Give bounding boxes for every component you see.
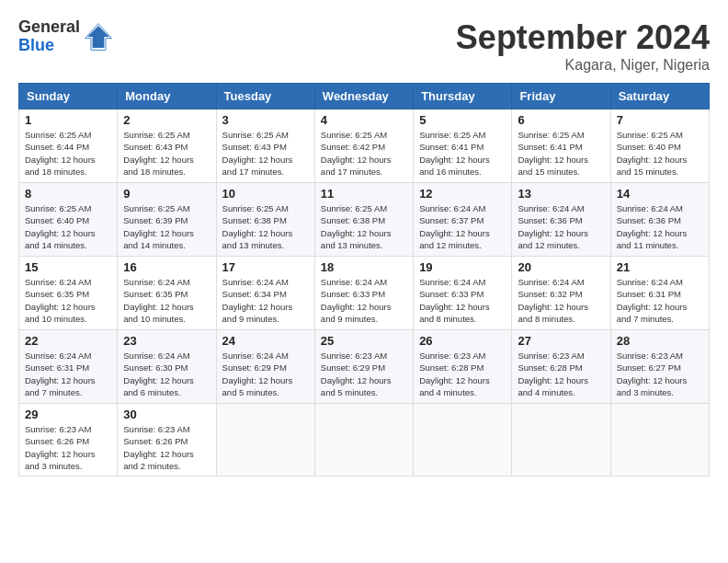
calendar-cell: 21 Sunrise: 6:24 AM Sunset: 6:31 PM Dayl… — [610, 257, 709, 330]
day-number: 13 — [518, 187, 604, 201]
calendar-week-row: 15 Sunrise: 6:24 AM Sunset: 6:35 PM Dayl… — [19, 257, 710, 330]
day-number: 29 — [25, 408, 111, 421]
calendar-cell — [314, 404, 413, 477]
day-number: 6 — [518, 113, 604, 127]
day-info: Sunrise: 6:24 AM Sunset: 6:33 PM Dayligh… — [321, 276, 407, 325]
day-number: 26 — [419, 334, 506, 348]
day-number: 9 — [123, 187, 210, 201]
day-number: 27 — [518, 334, 604, 348]
calendar-cell: 30 Sunrise: 6:23 AM Sunset: 6:26 PM Dayl… — [118, 404, 216, 477]
calendar-cell: 17 Sunrise: 6:24 AM Sunset: 6:34 PM Dayl… — [216, 257, 314, 330]
calendar-cell: 18 Sunrise: 6:24 AM Sunset: 6:33 PM Dayl… — [314, 257, 413, 330]
day-info: Sunrise: 6:24 AM Sunset: 6:35 PM Dayligh… — [25, 276, 111, 325]
calendar-week-row: 1 Sunrise: 6:25 AM Sunset: 6:44 PM Dayli… — [19, 109, 710, 183]
calendar-cell: 10 Sunrise: 6:25 AM Sunset: 6:38 PM Dayl… — [216, 183, 314, 257]
calendar-cell: 13 Sunrise: 6:24 AM Sunset: 6:36 PM Dayl… — [512, 183, 610, 257]
logo-icon — [84, 22, 113, 52]
calendar-cell: 3 Sunrise: 6:25 AM Sunset: 6:43 PM Dayli… — [216, 109, 314, 183]
day-info: Sunrise: 6:24 AM Sunset: 6:35 PM Dayligh… — [123, 276, 210, 325]
day-number: 28 — [617, 334, 703, 348]
calendar-cell: 4 Sunrise: 6:25 AM Sunset: 6:42 PM Dayli… — [314, 109, 413, 183]
day-number: 10 — [222, 187, 309, 201]
calendar-week-row: 8 Sunrise: 6:25 AM Sunset: 6:40 PM Dayli… — [19, 183, 710, 257]
calendar-cell: 23 Sunrise: 6:24 AM Sunset: 6:30 PM Dayl… — [118, 330, 216, 404]
title-area: September 2024 Kagara, Niger, Nigeria — [456, 18, 710, 74]
calendar-cell: 24 Sunrise: 6:24 AM Sunset: 6:29 PM Dayl… — [216, 330, 314, 404]
calendar-week-row: 29 Sunrise: 6:23 AM Sunset: 6:26 PM Dayl… — [19, 404, 710, 477]
calendar-cell: 11 Sunrise: 6:25 AM Sunset: 6:38 PM Dayl… — [314, 183, 413, 257]
day-info: Sunrise: 6:23 AM Sunset: 6:28 PM Dayligh… — [518, 350, 604, 398]
calendar-cell: 6 Sunrise: 6:25 AM Sunset: 6:41 PM Dayli… — [512, 109, 610, 183]
calendar-header-tuesday: Tuesday — [216, 84, 314, 109]
calendar-cell: 8 Sunrise: 6:25 AM Sunset: 6:40 PM Dayli… — [19, 183, 118, 257]
logo-general: General — [18, 18, 80, 37]
day-number: 5 — [419, 113, 506, 127]
day-info: Sunrise: 6:25 AM Sunset: 6:43 PM Dayligh… — [222, 129, 309, 178]
svg-marker-0 — [87, 26, 109, 48]
day-info: Sunrise: 6:23 AM Sunset: 6:29 PM Dayligh… — [321, 350, 407, 398]
calendar-cell — [610, 404, 709, 477]
day-number: 8 — [25, 187, 111, 201]
calendar-table: SundayMondayTuesdayWednesdayThursdayFrid… — [18, 83, 710, 477]
day-info: Sunrise: 6:25 AM Sunset: 6:40 PM Dayligh… — [25, 202, 111, 251]
calendar-cell — [512, 404, 610, 477]
day-info: Sunrise: 6:24 AM Sunset: 6:30 PM Dayligh… — [123, 350, 210, 398]
logo: General Blue — [18, 18, 113, 55]
calendar-cell: 16 Sunrise: 6:24 AM Sunset: 6:35 PM Dayl… — [118, 257, 216, 330]
calendar-cell: 2 Sunrise: 6:25 AM Sunset: 6:43 PM Dayli… — [118, 109, 216, 183]
calendar-cell: 5 Sunrise: 6:25 AM Sunset: 6:41 PM Dayli… — [414, 109, 512, 183]
day-number: 4 — [321, 113, 407, 127]
day-info: Sunrise: 6:25 AM Sunset: 6:41 PM Dayligh… — [518, 129, 604, 178]
day-number: 19 — [419, 260, 506, 274]
day-number: 14 — [617, 187, 703, 201]
day-info: Sunrise: 6:23 AM Sunset: 6:26 PM Dayligh… — [25, 423, 111, 472]
day-number: 20 — [518, 260, 604, 274]
calendar-cell: 27 Sunrise: 6:23 AM Sunset: 6:28 PM Dayl… — [512, 330, 610, 404]
calendar-cell: 7 Sunrise: 6:25 AM Sunset: 6:40 PM Dayli… — [610, 109, 709, 183]
calendar-header-sunday: Sunday — [19, 84, 118, 109]
day-info: Sunrise: 6:25 AM Sunset: 6:43 PM Dayligh… — [123, 129, 210, 178]
day-info: Sunrise: 6:23 AM Sunset: 6:26 PM Dayligh… — [123, 423, 210, 472]
calendar-week-row: 22 Sunrise: 6:24 AM Sunset: 6:31 PM Dayl… — [19, 330, 710, 404]
day-info: Sunrise: 6:25 AM Sunset: 6:44 PM Dayligh… — [25, 129, 111, 178]
day-number: 17 — [222, 260, 309, 274]
day-info: Sunrise: 6:24 AM Sunset: 6:31 PM Dayligh… — [617, 276, 703, 325]
day-info: Sunrise: 6:24 AM Sunset: 6:34 PM Dayligh… — [222, 276, 309, 325]
calendar-header-friday: Friday — [512, 84, 610, 109]
day-number: 12 — [419, 187, 506, 201]
calendar-cell: 29 Sunrise: 6:23 AM Sunset: 6:26 PM Dayl… — [19, 404, 118, 477]
calendar-cell: 12 Sunrise: 6:24 AM Sunset: 6:37 PM Dayl… — [414, 183, 512, 257]
day-number: 11 — [321, 187, 407, 201]
day-number: 30 — [123, 408, 210, 421]
calendar-cell: 9 Sunrise: 6:25 AM Sunset: 6:39 PM Dayli… — [118, 183, 216, 257]
day-number: 23 — [123, 334, 210, 348]
month-title: September 2024 — [456, 18, 710, 57]
day-info: Sunrise: 6:24 AM Sunset: 6:36 PM Dayligh… — [518, 202, 604, 251]
calendar-header-row: SundayMondayTuesdayWednesdayThursdayFrid… — [19, 84, 710, 109]
day-info: Sunrise: 6:24 AM Sunset: 6:37 PM Dayligh… — [419, 202, 506, 251]
calendar-cell: 20 Sunrise: 6:24 AM Sunset: 6:32 PM Dayl… — [512, 257, 610, 330]
day-number: 22 — [25, 334, 111, 348]
day-number: 3 — [222, 113, 309, 127]
calendar-cell: 14 Sunrise: 6:24 AM Sunset: 6:36 PM Dayl… — [610, 183, 709, 257]
day-info: Sunrise: 6:23 AM Sunset: 6:28 PM Dayligh… — [419, 350, 506, 398]
calendar-cell: 22 Sunrise: 6:24 AM Sunset: 6:31 PM Dayl… — [19, 330, 118, 404]
day-info: Sunrise: 6:25 AM Sunset: 6:38 PM Dayligh… — [222, 202, 309, 251]
day-number: 21 — [617, 260, 703, 274]
day-info: Sunrise: 6:24 AM Sunset: 6:36 PM Dayligh… — [617, 202, 703, 251]
day-number: 16 — [123, 260, 210, 274]
calendar-header-monday: Monday — [118, 84, 216, 109]
calendar-cell: 1 Sunrise: 6:25 AM Sunset: 6:44 PM Dayli… — [19, 109, 118, 183]
calendar-cell: 28 Sunrise: 6:23 AM Sunset: 6:27 PM Dayl… — [610, 330, 709, 404]
day-number: 1 — [25, 113, 111, 127]
day-number: 25 — [321, 334, 407, 348]
day-number: 7 — [617, 113, 703, 127]
location: Kagara, Niger, Nigeria — [456, 57, 710, 74]
page-header: General Blue September 2024 Kagara, Nige… — [18, 18, 710, 74]
day-info: Sunrise: 6:25 AM Sunset: 6:39 PM Dayligh… — [123, 202, 210, 251]
calendar-cell — [414, 404, 512, 477]
day-info: Sunrise: 6:24 AM Sunset: 6:32 PM Dayligh… — [518, 276, 604, 325]
day-info: Sunrise: 6:24 AM Sunset: 6:29 PM Dayligh… — [222, 350, 309, 398]
calendar-cell — [216, 404, 314, 477]
calendar-cell: 25 Sunrise: 6:23 AM Sunset: 6:29 PM Dayl… — [314, 330, 413, 404]
